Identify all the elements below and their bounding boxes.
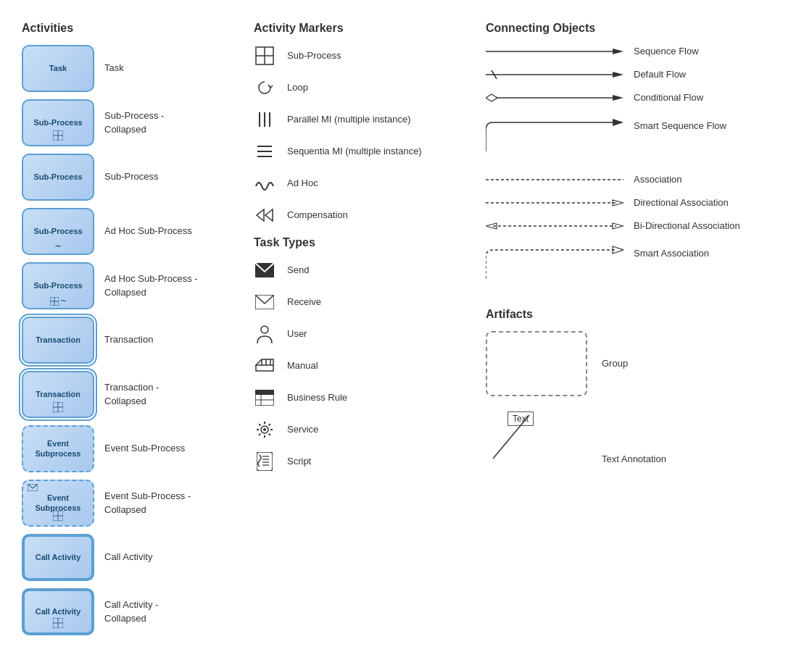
activities-title: Activities [22,22,239,35]
connecting-section: Connecting Objects Sequence Flow Default… [478,14,812,650]
transaction-item: Transaction Transaction [22,317,239,364]
sub-process-marker-icon [254,45,276,67]
marker-compensation: Compensation [254,204,471,226]
connecting-objects-title: Connecting Objects [486,22,812,35]
svg-line-45 [269,424,270,425]
directional-association-line [486,196,624,209]
adhoc-sub-process-collapsed-shape[interactable]: Sub-Process ~ [22,262,94,309]
sub-process-collapsed-item: Sub-Process Sub-Process -Collapsed [22,99,239,146]
transaction-label: Transaction [104,333,153,346]
event-sub-process-collapsed-item: EventSubprocess Event Sub-Process -Colla… [22,480,239,527]
sequence-flow-line [486,45,624,58]
call-activity-collapsed-item: Call Activity Call Activity -Collapsed [22,588,239,635]
directional-association-item: Directional Association [486,196,812,209]
smart-association-line [486,243,624,286]
parallel-mi-label: Parallel MI (multiple instance) [287,113,411,126]
grid-tilde-icon: ~ [50,296,67,306]
call-activity-shape[interactable]: Call Activity [22,534,94,581]
call-activity-item: Call Activity Call Activity [22,534,239,581]
sequence-flow-label: Sequence Flow [634,45,699,58]
call-activity-collapsed-shape[interactable]: Call Activity [22,588,94,635]
adhoc-sub-process-shape[interactable]: Sub-Process ~ [22,208,94,255]
task-service: Service [254,419,471,440]
svg-point-38 [263,428,266,431]
group-box-shape[interactable] [486,331,587,396]
event-sub-process-collapsed-label: Event Sub-Process -Collapsed [104,490,191,516]
group-label: Group [602,357,628,370]
task-user: User [254,323,471,345]
svg-line-44 [269,434,270,435]
group-artifact-item: Group [486,331,812,396]
bi-directional-association-line [486,220,624,233]
activities-section: Activities Task Task Sub-Process Sub-P [14,14,246,650]
sub-process-collapsed-shape[interactable]: Sub-Process [22,99,94,146]
grid-marker-icon [53,130,63,142]
conditional-flow-label: Conditional Flow [634,91,703,104]
artifacts-title: Artifacts [486,308,812,321]
task-script: Script [254,451,471,472]
event-sub-process-item: EventSubprocess Event Sub-Process [22,425,239,472]
association-label: Association [634,173,682,186]
task-receive: Receive [254,291,471,313]
default-flow-line [486,68,624,81]
default-flow-item: Default Flow [486,68,812,81]
transaction-collapsed-item: Transaction Transaction -Collapsed [22,371,239,418]
call-activity-grid-icon [53,618,63,630]
text-annotation-item: Text Text Annotation [486,408,812,466]
text-annotation-label: Text Annotation [602,453,666,466]
svg-marker-59 [613,119,624,126]
svg-line-67 [493,415,529,459]
transaction-shape[interactable]: Transaction [22,317,94,364]
transaction-collapsed-label: Transaction -Collapsed [104,381,159,407]
svg-line-46 [259,434,260,435]
svg-line-43 [259,424,260,425]
event-sub-process-shape[interactable]: EventSubprocess [22,425,94,472]
directional-association-label: Directional Association [634,196,729,209]
svg-marker-57 [486,94,497,101]
task-shape[interactable]: Task [22,45,94,92]
activity-markers-title: Activity Markers [254,22,471,35]
marker-sequential-mi: Sequentia MI (multiple instance) [254,141,471,162]
default-flow-label: Default Flow [634,68,686,81]
sub-process-item: Sub-Process Sub-Process [22,154,239,201]
transaction-collapsed-shape[interactable]: Transaction [22,371,94,418]
sub-process-shape[interactable]: Sub-Process [22,154,94,201]
business-rule-label: Business Rule [287,391,347,404]
task-types-title: Task Types [254,236,471,249]
marker-loop: Loop [254,77,471,99]
smart-association-item: Smart Association [486,243,812,286]
script-icon [254,451,276,472]
svg-rect-34 [255,390,274,395]
marker-adhoc: Ad Hoc [254,172,471,194]
business-rule-icon [254,387,276,409]
parallel-mi-icon [254,109,276,130]
manual-icon [254,355,276,377]
service-label: Service [287,423,318,436]
task-manual: Manual [254,355,471,377]
tilde-icon: ~ [55,241,61,252]
event-sub-process-collapsed-shape[interactable]: EventSubprocess [22,480,94,527]
loop-marker-label: Loop [287,81,308,94]
bi-directional-association-item: Bi-Directional Association [486,220,812,233]
receive-icon [254,291,276,313]
user-label: User [287,327,307,340]
svg-marker-55 [613,72,624,78]
adhoc-icon [254,172,276,194]
sequence-flow-item: Sequence Flow [486,45,812,58]
svg-marker-25 [257,209,264,221]
script-label: Script [287,455,311,468]
adhoc-label: Ad Hoc [287,177,318,190]
smart-sequence-flow-line [486,115,624,159]
annotation-connector-line [486,408,544,466]
loop-marker-icon [254,77,276,99]
svg-marker-26 [265,209,273,221]
service-icon [254,419,276,440]
marker-sub-process: Sub-Process [254,45,471,67]
sequential-mi-icon [254,141,276,162]
sub-process-label: Sub-Process [104,170,158,183]
smart-association-label: Smart Association [634,247,709,260]
sub-process-collapsed-label: Sub-Process -Collapsed [104,109,164,135]
markers-section: Activity Markers Sub-Process Loop [246,14,478,650]
task-label: Task [104,62,124,75]
adhoc-sub-process-collapsed-label: Ad Hoc Sub-Process -Collapsed [104,272,198,298]
